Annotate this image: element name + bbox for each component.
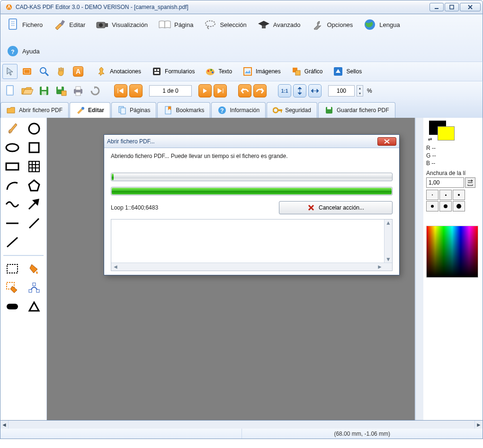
dot-xl[interactable] (439, 201, 452, 211)
page-input[interactable] (149, 85, 192, 97)
save-as-button[interactable] (54, 83, 69, 98)
square-tool[interactable] (25, 140, 43, 156)
linewidth-input[interactable] (426, 177, 464, 188)
rounded-rect-tool[interactable] (3, 299, 21, 315)
stamps-button[interactable]: Sellos (329, 64, 366, 79)
print-button[interactable] (71, 83, 86, 98)
polygon-tool[interactable] (25, 177, 43, 193)
arrow-tool[interactable] (25, 196, 43, 212)
save-button[interactable] (36, 83, 52, 98)
close-button[interactable] (460, 3, 481, 11)
marquee-tool[interactable] (19, 64, 35, 79)
button-label: Cancelar acción... (319, 204, 364, 211)
menu-lengua[interactable]: Lengua (360, 16, 402, 33)
camera-icon (96, 18, 109, 31)
zoom-input[interactable] (328, 85, 355, 97)
swap-colors-icon[interactable]: ⇄ (428, 137, 432, 142)
rect-tool[interactable] (3, 158, 21, 175)
canvas-vscroll[interactable] (415, 118, 423, 420)
maximize-button[interactable] (445, 3, 459, 11)
menu-ayuda[interactable]: ?Ayuda (3, 43, 43, 60)
fit-width-button[interactable] (308, 84, 322, 97)
tab-edit[interactable]: Editar (70, 102, 110, 118)
svg-point-47 (273, 108, 278, 113)
menu-fichero[interactable]: Fichero (3, 16, 45, 33)
minimize-button[interactable] (429, 3, 444, 11)
ellipse-tool[interactable] (3, 140, 21, 156)
next-page-button[interactable] (198, 84, 212, 97)
dot-md[interactable] (453, 190, 465, 200)
pointer-tool[interactable] (2, 64, 18, 79)
prev-page-button[interactable] (129, 84, 143, 97)
background-color[interactable] (438, 126, 455, 141)
dot-sm[interactable] (439, 190, 452, 200)
open-file-dialog: Abrir fichero PDF... Abriendo fichero PD… (104, 134, 400, 275)
wave-tool[interactable] (3, 196, 21, 212)
actual-size-button[interactable]: 1:1 (278, 84, 291, 97)
grid-tool[interactable] (25, 158, 43, 175)
brush-tool[interactable] (3, 121, 21, 137)
menu-pagina[interactable]: Página (155, 16, 196, 33)
images-button[interactable]: Imágenes (238, 64, 285, 79)
color-picker[interactable] (426, 226, 478, 278)
node-edit-tool[interactable] (25, 280, 43, 296)
dialog-close-button[interactable] (377, 137, 396, 146)
undo-button[interactable] (238, 84, 251, 97)
pages-icon (117, 105, 127, 115)
tab-info[interactable]: ?Información (211, 102, 266, 118)
app-icon (5, 3, 13, 11)
fill-tool[interactable] (25, 261, 43, 277)
menu-seleccion[interactable]: Selección (201, 16, 249, 33)
tab-bookmarks[interactable]: Bookmarks (157, 102, 210, 118)
book-icon (158, 18, 171, 31)
menu-label: Fichero (22, 21, 43, 28)
text-tool[interactable]: A (71, 64, 86, 79)
linewidth-picker-button[interactable] (465, 177, 475, 188)
open-button[interactable] (19, 83, 35, 98)
graphics-button[interactable]: Gráfico (287, 64, 327, 79)
line-tool[interactable] (3, 234, 21, 250)
zoom-spinner[interactable]: ▲▼ (357, 85, 363, 97)
graduation-icon (257, 18, 270, 31)
canvas-area[interactable]: Abrir fichero PDF... Abriendo fichero PD… (47, 118, 415, 420)
dot-xs[interactable] (426, 190, 438, 200)
circle-tool[interactable] (25, 121, 43, 137)
select-fill-tool[interactable] (3, 280, 21, 296)
diag-line-tool[interactable] (25, 215, 43, 231)
arc-tool[interactable] (3, 177, 21, 193)
dialog-log-hscroll[interactable]: ◄► (111, 263, 392, 271)
cancel-action-button[interactable]: Cancelar acción... (279, 201, 393, 214)
menu-opciones[interactable]: Opciones (308, 16, 356, 33)
zoom-unit: % (367, 88, 372, 94)
angle-tool[interactable] (25, 299, 43, 315)
tab-save-pdf[interactable]: Guardar fichero PDF (318, 102, 395, 118)
svg-rect-34 (42, 87, 46, 90)
forms-button[interactable]: Formularios (147, 64, 199, 79)
zoom-tool[interactable] (36, 64, 52, 79)
svg-rect-51 (327, 107, 331, 109)
svg-rect-20 (153, 68, 161, 75)
new-button[interactable] (2, 83, 18, 98)
refresh-button[interactable] (88, 83, 103, 98)
fit-height-button[interactable] (293, 84, 306, 97)
tab-open-pdf[interactable]: Abrir fichero PDF (0, 102, 69, 118)
dot-lg[interactable] (426, 201, 438, 211)
redo-button[interactable] (253, 84, 267, 97)
annotations-button[interactable]: Anotaciones (92, 64, 145, 79)
hline-tool[interactable] (3, 215, 21, 231)
hand-tool[interactable] (54, 64, 69, 79)
dot-xxl[interactable] (453, 201, 465, 211)
last-page-button[interactable] (214, 84, 227, 97)
menu-editar[interactable]: Editar (50, 16, 88, 33)
dialog-titlebar: Abrir fichero PDF... (104, 135, 399, 148)
menu-visualizacion[interactable]: Visualización (93, 16, 151, 33)
text-button[interactable]: Texto (201, 64, 236, 79)
tab-security[interactable]: Seguridad (267, 102, 317, 118)
dialog-log-area[interactable]: ▲▼ ◄► (111, 219, 393, 271)
canvas-hscroll[interactable]: ◄ ► (0, 421, 483, 429)
dialog-log-vscroll[interactable]: ▲▼ (384, 220, 392, 263)
tab-pages[interactable]: Páginas (111, 102, 156, 118)
first-page-button[interactable] (114, 84, 127, 97)
select-rect-tool[interactable] (3, 261, 21, 277)
menu-avanzado[interactable]: Avanzado (254, 16, 304, 33)
